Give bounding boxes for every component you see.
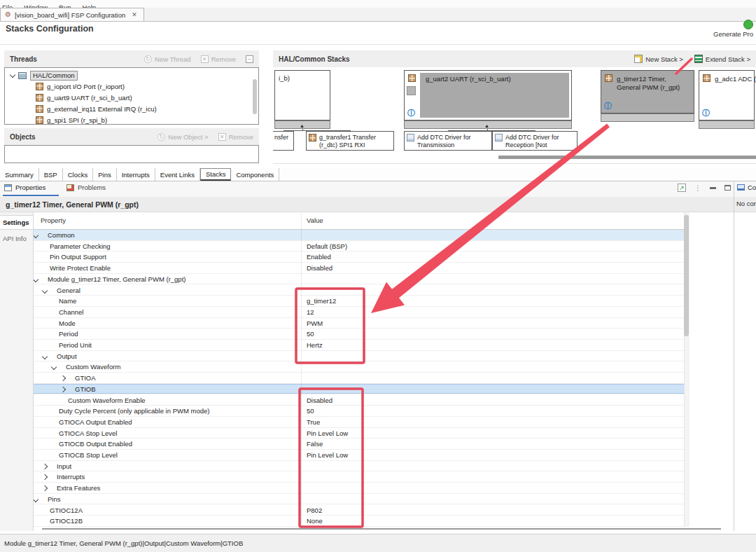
collapse-arrow-icon[interactable]	[51, 364, 57, 370]
collapse-arrow-icon[interactable]	[42, 287, 48, 293]
expand-arrow-icon[interactable]	[42, 463, 48, 469]
tab-settings[interactable]: Settings	[0, 215, 33, 230]
minimize-icon[interactable]	[710, 187, 716, 189]
property-value[interactable]: Hertz	[307, 341, 323, 349]
tab-stacks[interactable]: Stacks	[200, 168, 232, 181]
panel-divider[interactable]	[734, 181, 734, 531]
view-menu-icon[interactable]: ⋮	[694, 184, 701, 192]
properties-scrollbar-thumb[interactable]	[684, 215, 689, 336]
maximize-icon[interactable]	[724, 185, 731, 191]
collapse-arrow-icon[interactable]	[42, 353, 48, 359]
expand-arrow-icon[interactable]	[42, 485, 48, 491]
property-value[interactable]: Pin Level Low	[307, 429, 348, 437]
new-object-button[interactable]: ↻ New Object >	[158, 133, 208, 141]
property-row-period-unit[interactable]: Period UnitHertz	[34, 340, 684, 351]
remove-object-button[interactable]: ✕ Remove	[218, 133, 253, 141]
tab-event-links[interactable]: Event Links	[155, 168, 200, 181]
property-value[interactable]: PWM	[307, 319, 323, 327]
tab-problems[interactable]: Problems	[66, 184, 106, 191]
stack-card-g-adc1-adc[interactable]: g_adc1 ADC (ⓘ	[699, 70, 755, 120]
stacks-hscrollbar[interactable]	[498, 156, 756, 159]
collapse-panel-icon[interactable]: −	[246, 55, 253, 63]
property-row-channel[interactable]: Channel12	[34, 307, 684, 318]
generate-project-button[interactable]: Generate Pro	[713, 30, 756, 38]
tab-api-info[interactable]: API Info	[0, 232, 33, 245]
property-row-gtioc12a[interactable]: GTIOC12AP802	[34, 505, 684, 516]
property-row-parameter-checking[interactable]: Parameter CheckingDefault (BSP)	[34, 241, 684, 252]
info-icon[interactable]: ⓘ	[702, 109, 710, 117]
stack-card-i-b[interactable]: i_b)	[274, 70, 330, 120]
property-row-common[interactable]: Common	[34, 230, 684, 241]
expand-arrow-icon[interactable]	[60, 387, 66, 392]
property-row-interrupts[interactable]: Interrupts	[34, 471, 684, 483]
property-row-gtiocb-stop-level[interactable]: GTIOCB Stop LevelPin Level Low	[34, 450, 684, 461]
info-icon[interactable]: ⓘ	[604, 102, 612, 110]
info-icon[interactable]: ⓘ	[407, 109, 415, 117]
property-value[interactable]: True	[307, 418, 320, 426]
collapse-arrow-icon[interactable]	[34, 497, 38, 502]
tree-item-g-external-irq11[interactable]: g_external_irq11 External IRQ (r_icu)	[36, 103, 157, 114]
tab-clocks[interactable]: Clocks	[63, 168, 94, 181]
property-row-gtioca-output-enabled[interactable]: GTIOCA Output EnabledTrue	[34, 417, 684, 428]
collapse-arrow-icon[interactable]	[34, 233, 38, 238]
tab-interrupts[interactable]: Interrupts	[117, 168, 155, 181]
new-thread-button[interactable]: ↻ New Thread	[144, 55, 191, 63]
property-value[interactable]: P802	[307, 506, 322, 514]
property-row-mode[interactable]: ModePWM	[34, 318, 684, 329]
tree-root-label[interactable]: HAL/Common	[30, 71, 78, 81]
property-value[interactable]: 12	[307, 308, 314, 316]
property-row-gtioc12b[interactable]: GTIOC12BNone	[34, 516, 684, 527]
property-row-pin-output-support[interactable]: Pin Output SupportEnabled	[34, 251, 684, 263]
property-row-period[interactable]: Period50	[34, 329, 684, 340]
property-value[interactable]: Pin Level Low	[307, 451, 348, 459]
stack-card-g-timer12-timer[interactable]: g_timer12 Timer,General PWM (r_gpt)ⓘ	[601, 70, 694, 113]
property-value[interactable]: Disabled	[307, 396, 332, 404]
property-value[interactable]: 50	[307, 330, 314, 338]
stack-subcard-add-dtc-driver-for[interactable]: Add DTC Driver forReception [Not	[492, 131, 578, 151]
tab-console[interactable]: Co	[737, 184, 756, 191]
property-row-input[interactable]: Input	[34, 461, 684, 472]
property-value[interactable]: Disabled	[307, 264, 332, 272]
property-value[interactable]: None	[307, 517, 323, 525]
property-row-gtiocb-output-enabled[interactable]: GTIOCB Output EnabledFalse	[34, 439, 684, 450]
tab-components[interactable]: Components	[231, 168, 279, 181]
properties-hscrollbar[interactable]	[42, 528, 721, 530]
stack-subcard-nsfer[interactable]: nsfer	[273, 131, 294, 151]
property-row-custom-waveform[interactable]: Custom Waveform	[34, 361, 684, 373]
expand-arrow-icon[interactable]	[42, 474, 48, 480]
remove-thread-button[interactable]: ✕ Remove	[201, 55, 236, 63]
tree-item-hal-common[interactable]: HAL/Common	[10, 70, 78, 81]
collapse-arrow-icon[interactable]	[10, 72, 15, 78]
stack-card-g-uart2-uart-r-sci-b-uart[interactable]: g_uart2 UART (r_sci_b_uart)ⓘ	[404, 70, 572, 120]
property-row-output[interactable]: Output	[34, 351, 684, 362]
tab-properties[interactable]: Properties	[4, 184, 46, 191]
collapse-arrow-icon[interactable]	[34, 277, 38, 282]
property-row-custom-waveform-enable[interactable]: Custom Waveform EnableDisabled	[34, 395, 684, 406]
property-value[interactable]: g_timer12	[307, 297, 336, 305]
tab-pins[interactable]: Pins	[93, 168, 116, 181]
property-row-gtioca-stop-level[interactable]: GTIOCA Stop LevelPin Level Low	[34, 428, 684, 439]
property-row-pins[interactable]: Pins	[34, 494, 684, 505]
property-value[interactable]: Default (BSP)	[307, 242, 347, 250]
tab-summary[interactable]: Summary	[0, 168, 39, 181]
close-tab-icon[interactable]: ✕	[132, 11, 137, 18]
objects-list[interactable]	[4, 145, 259, 163]
property-row-gtioa[interactable]: GTIOA	[34, 373, 684, 384]
extend-stack-button[interactable]: Extend Stack >	[694, 55, 750, 63]
editor-tab-fsp-configuration[interactable]: ⚙ [vision_board_wifi] FSP Configuration …	[0, 8, 144, 21]
stack-subcard-g-transfer1-transfer[interactable]: g_transfer1 Transfer(r_dtc) SPI1 RXI	[306, 131, 394, 151]
tree-item-g-ioport[interactable]: g_ioport I/O Port (r_ioport)	[36, 81, 125, 92]
stack-subcard-add-dtc-driver-for[interactable]: Add DTC Driver forTransmission	[404, 131, 492, 151]
tab-bsp[interactable]: BSP	[39, 168, 63, 181]
property-row-write-protect-enable[interactable]: Write Protect EnableDisabled	[34, 263, 684, 274]
restore-view-icon[interactable]: ↗	[678, 184, 686, 192]
expand-arrow-icon[interactable]	[60, 375, 66, 381]
property-row-duty-cycle-percent-only-applicable-in-pwm-mode[interactable]: Duty Cycle Percent (only applicable in P…	[34, 406, 684, 417]
property-row-extra-features[interactable]: Extra Features	[34, 483, 684, 494]
generate-project-icon[interactable]	[743, 20, 753, 29]
new-stack-button[interactable]: New Stack >	[634, 55, 683, 63]
tree-item-g-uart9[interactable]: g_uart9 UART (r_sci_b_uart)	[36, 92, 132, 103]
tree-item-g-spi1[interactable]: g_spi1 SPI (r_spi_b)	[36, 114, 107, 125]
property-value[interactable]: 50	[307, 407, 314, 415]
threads-scrollbar[interactable]	[253, 79, 257, 114]
